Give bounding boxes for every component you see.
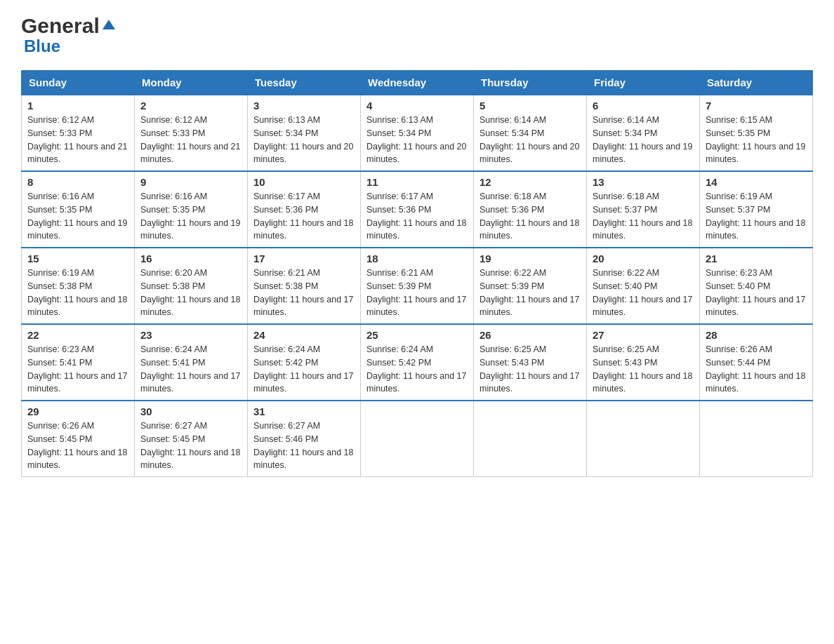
calendar-day-cell: 24 Sunrise: 6:24 AMSunset: 5:42 PMDaylig… (248, 324, 361, 401)
calendar-day-header: Saturday (700, 71, 813, 95)
day-info: Sunrise: 6:17 AMSunset: 5:36 PMDaylight:… (253, 192, 353, 241)
day-info: Sunrise: 6:17 AMSunset: 5:36 PMDaylight:… (366, 192, 466, 241)
day-info: Sunrise: 6:13 AMSunset: 5:34 PMDaylight:… (366, 115, 466, 164)
calendar-day-cell: 23 Sunrise: 6:24 AMSunset: 5:41 PMDaylig… (135, 324, 248, 401)
day-info: Sunrise: 6:16 AMSunset: 5:35 PMDaylight:… (27, 192, 127, 241)
day-info: Sunrise: 6:23 AMSunset: 5:41 PMDaylight:… (27, 344, 127, 394)
calendar-day-cell: 2 Sunrise: 6:12 AMSunset: 5:33 PMDayligh… (135, 95, 248, 171)
calendar-day-header: Tuesday (248, 71, 361, 95)
day-info: Sunrise: 6:22 AMSunset: 5:39 PMDaylight:… (479, 268, 579, 317)
calendar-day-cell (700, 401, 813, 477)
day-info: Sunrise: 6:15 AMSunset: 5:35 PMDaylight:… (706, 115, 805, 164)
calendar-day-header: Sunday (22, 71, 135, 95)
day-info: Sunrise: 6:19 AMSunset: 5:38 PMDaylight:… (27, 268, 127, 317)
calendar-day-cell: 17 Sunrise: 6:21 AMSunset: 5:38 PMDaylig… (248, 248, 361, 324)
day-info: Sunrise: 6:21 AMSunset: 5:39 PMDaylight:… (366, 268, 466, 317)
calendar-day-header: Friday (587, 71, 700, 95)
calendar-day-cell: 19 Sunrise: 6:22 AMSunset: 5:39 PMDaylig… (474, 248, 587, 324)
day-number: 8 (27, 176, 128, 188)
day-number: 2 (140, 100, 241, 112)
calendar-day-cell: 28 Sunrise: 6:26 AMSunset: 5:44 PMDaylig… (700, 324, 813, 401)
calendar-day-cell (474, 401, 587, 477)
day-number: 27 (593, 329, 694, 341)
logo-blue: Blue (24, 36, 60, 56)
day-number: 4 (366, 100, 468, 112)
day-number: 12 (479, 176, 581, 188)
day-number: 5 (479, 100, 581, 112)
day-info: Sunrise: 6:20 AMSunset: 5:38 PMDaylight:… (140, 268, 240, 317)
calendar-day-cell: 29 Sunrise: 6:26 AMSunset: 5:45 PMDaylig… (22, 401, 135, 477)
calendar-day-cell: 26 Sunrise: 6:25 AMSunset: 5:43 PMDaylig… (474, 324, 587, 401)
calendar-day-cell: 11 Sunrise: 6:17 AMSunset: 5:36 PMDaylig… (361, 171, 474, 248)
day-info: Sunrise: 6:27 AMSunset: 5:46 PMDaylight:… (253, 421, 353, 470)
day-number: 29 (27, 405, 128, 417)
svg-marker-0 (102, 20, 115, 29)
calendar-day-cell: 5 Sunrise: 6:14 AMSunset: 5:34 PMDayligh… (474, 95, 587, 171)
day-info: Sunrise: 6:12 AMSunset: 5:33 PMDaylight:… (27, 115, 127, 164)
calendar-header-row: SundayMondayTuesdayWednesdayThursdayFrid… (22, 71, 813, 95)
day-number: 23 (140, 329, 241, 341)
day-info: Sunrise: 6:25 AMSunset: 5:43 PMDaylight:… (593, 344, 692, 394)
day-info: Sunrise: 6:24 AMSunset: 5:42 PMDaylight:… (253, 344, 353, 394)
calendar-day-header: Monday (135, 71, 248, 95)
calendar-day-cell: 22 Sunrise: 6:23 AMSunset: 5:41 PMDaylig… (22, 324, 135, 401)
day-number: 6 (593, 100, 694, 112)
day-number: 16 (140, 253, 241, 264)
calendar-day-cell: 16 Sunrise: 6:20 AMSunset: 5:38 PMDaylig… (135, 248, 248, 324)
calendar-day-cell: 14 Sunrise: 6:19 AMSunset: 5:37 PMDaylig… (700, 171, 813, 248)
calendar-day-cell: 25 Sunrise: 6:24 AMSunset: 5:42 PMDaylig… (361, 324, 474, 401)
calendar-day-cell: 10 Sunrise: 6:17 AMSunset: 5:36 PMDaylig… (248, 171, 361, 248)
calendar-day-cell: 9 Sunrise: 6:16 AMSunset: 5:35 PMDayligh… (135, 171, 248, 248)
day-info: Sunrise: 6:14 AMSunset: 5:34 PMDaylight:… (479, 115, 579, 164)
calendar-day-cell: 4 Sunrise: 6:13 AMSunset: 5:34 PMDayligh… (361, 95, 474, 171)
day-number: 14 (706, 176, 807, 188)
calendar-week-row: 8 Sunrise: 6:16 AMSunset: 5:35 PMDayligh… (22, 171, 813, 248)
page-header: General Blue (21, 14, 813, 56)
calendar-day-cell: 27 Sunrise: 6:25 AMSunset: 5:43 PMDaylig… (587, 324, 700, 401)
calendar-day-cell: 30 Sunrise: 6:27 AMSunset: 5:45 PMDaylig… (135, 401, 248, 477)
day-info: Sunrise: 6:26 AMSunset: 5:45 PMDaylight:… (27, 421, 127, 470)
calendar-day-cell: 8 Sunrise: 6:16 AMSunset: 5:35 PMDayligh… (22, 171, 135, 248)
calendar-day-cell: 15 Sunrise: 6:19 AMSunset: 5:38 PMDaylig… (22, 248, 135, 324)
calendar-day-cell: 1 Sunrise: 6:12 AMSunset: 5:33 PMDayligh… (22, 95, 135, 171)
day-number: 13 (593, 176, 694, 188)
day-number: 15 (27, 253, 128, 264)
calendar-day-cell: 13 Sunrise: 6:18 AMSunset: 5:37 PMDaylig… (587, 171, 700, 248)
calendar-day-cell: 18 Sunrise: 6:21 AMSunset: 5:39 PMDaylig… (361, 248, 474, 324)
calendar-day-cell: 12 Sunrise: 6:18 AMSunset: 5:36 PMDaylig… (474, 171, 587, 248)
day-info: Sunrise: 6:18 AMSunset: 5:36 PMDaylight:… (479, 192, 579, 241)
logo-triangle-icon (101, 17, 117, 32)
day-number: 25 (366, 329, 468, 341)
day-info: Sunrise: 6:14 AMSunset: 5:34 PMDaylight:… (593, 115, 692, 164)
day-number: 19 (479, 253, 581, 264)
day-info: Sunrise: 6:24 AMSunset: 5:41 PMDaylight:… (140, 344, 240, 394)
day-number: 9 (140, 176, 241, 188)
logo: General Blue (21, 14, 117, 56)
calendar-day-cell (361, 401, 474, 477)
day-info: Sunrise: 6:16 AMSunset: 5:35 PMDaylight:… (140, 192, 240, 241)
calendar-day-cell: 21 Sunrise: 6:23 AMSunset: 5:40 PMDaylig… (700, 248, 813, 324)
day-number: 24 (253, 329, 355, 341)
day-info: Sunrise: 6:18 AMSunset: 5:37 PMDaylight:… (593, 192, 692, 241)
day-info: Sunrise: 6:22 AMSunset: 5:40 PMDaylight:… (593, 268, 692, 317)
day-info: Sunrise: 6:13 AMSunset: 5:34 PMDaylight:… (253, 115, 353, 164)
day-info: Sunrise: 6:19 AMSunset: 5:37 PMDaylight:… (706, 192, 805, 241)
day-number: 10 (253, 176, 355, 188)
day-number: 30 (140, 405, 241, 417)
calendar-day-cell: 3 Sunrise: 6:13 AMSunset: 5:34 PMDayligh… (248, 95, 361, 171)
day-number: 3 (253, 100, 355, 112)
day-info: Sunrise: 6:24 AMSunset: 5:42 PMDaylight:… (366, 344, 466, 394)
day-info: Sunrise: 6:23 AMSunset: 5:40 PMDaylight:… (706, 268, 805, 317)
day-info: Sunrise: 6:21 AMSunset: 5:38 PMDaylight:… (253, 268, 353, 317)
calendar-table: SundayMondayTuesdayWednesdayThursdayFrid… (21, 70, 813, 477)
day-number: 22 (27, 329, 128, 341)
day-number: 11 (366, 176, 468, 188)
day-number: 31 (253, 405, 355, 417)
calendar-day-header: Thursday (474, 71, 587, 95)
day-number: 17 (253, 253, 355, 264)
calendar-day-cell: 31 Sunrise: 6:27 AMSunset: 5:46 PMDaylig… (248, 401, 361, 477)
calendar-day-header: Wednesday (361, 71, 474, 95)
calendar-week-row: 22 Sunrise: 6:23 AMSunset: 5:41 PMDaylig… (22, 324, 813, 401)
day-number: 28 (706, 329, 807, 341)
logo-general: General (21, 14, 100, 38)
